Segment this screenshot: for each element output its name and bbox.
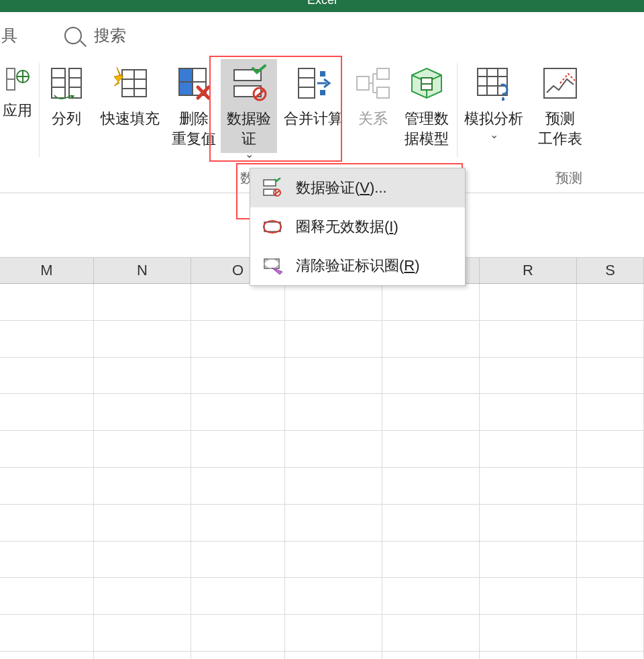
ribbon-button-data-validation[interactable]: 数据验 证 ⌄ <box>221 59 277 153</box>
grid-cell[interactable] <box>191 284 285 321</box>
grid-cell[interactable] <box>577 358 644 395</box>
grid-cell[interactable] <box>480 394 577 431</box>
grid-cell[interactable] <box>191 505 285 542</box>
grid-cell[interactable] <box>0 284 94 321</box>
grid-cell[interactable] <box>382 578 480 615</box>
grid-cell[interactable] <box>285 578 382 615</box>
grid-cell[interactable] <box>191 358 285 395</box>
grid-cell[interactable] <box>285 505 382 542</box>
ribbon-button-data-model[interactable]: 管理数 据模型 <box>396 59 457 153</box>
grid-cell[interactable] <box>382 468 480 505</box>
grid-cell[interactable] <box>285 284 382 321</box>
grid-cell[interactable] <box>577 505 644 542</box>
grid-cell[interactable] <box>577 284 644 321</box>
grid-cell[interactable] <box>285 615 382 652</box>
consolidate-label: 合并计算 <box>284 109 343 129</box>
grid-cell[interactable] <box>0 615 94 652</box>
grid-cell[interactable] <box>285 652 382 659</box>
grid-cell[interactable] <box>577 615 644 652</box>
grid-cell[interactable] <box>382 505 480 542</box>
menu-item-circle-invalid[interactable]: 圈释无效数据(I) <box>250 207 465 246</box>
grid-cell[interactable] <box>480 468 577 505</box>
grid-cell[interactable] <box>191 431 285 468</box>
grid-cell[interactable] <box>480 542 577 578</box>
grid-cell[interactable] <box>382 358 480 395</box>
ribbon-button-remove-duplicates[interactable]: 删除 重复值 <box>167 59 221 153</box>
grid-cell[interactable] <box>382 431 480 468</box>
ribbon-button-consolidate[interactable]: 合并计算 <box>277 59 350 153</box>
grid-cell[interactable] <box>285 394 382 431</box>
grid-cell[interactable] <box>285 321 382 358</box>
ribbon-button-flash-fill[interactable]: 快速填充 <box>93 59 167 153</box>
grid-cell[interactable] <box>191 321 285 358</box>
grid-cell[interactable] <box>94 542 191 578</box>
search-box[interactable]: 搜索 <box>64 25 126 46</box>
grid-cell[interactable] <box>577 578 644 615</box>
ribbon-button-forecast-sheet[interactable]: 预测 工作表 <box>530 59 590 153</box>
grid-cell[interactable] <box>480 505 577 542</box>
grid-cell[interactable] <box>577 431 644 468</box>
grid-row <box>0 542 644 578</box>
grid-cell[interactable] <box>94 431 191 468</box>
grid-cell[interactable] <box>382 321 480 358</box>
search-icon <box>64 27 82 44</box>
grid-cell[interactable] <box>94 321 191 358</box>
grid-cell[interactable] <box>382 542 480 578</box>
ribbon-button-apply-partial[interactable]: 应用 <box>0 59 39 153</box>
grid-cell[interactable] <box>94 358 191 395</box>
grid-cell[interactable] <box>94 394 191 431</box>
grid-cell[interactable] <box>94 284 191 321</box>
grid-cell[interactable] <box>191 652 285 659</box>
grid-cell[interactable] <box>94 505 191 542</box>
spreadsheet-grid[interactable]: // rows will be generated below by loop … <box>0 284 644 659</box>
grid-cell[interactable] <box>480 431 577 468</box>
grid-cell[interactable] <box>94 578 191 615</box>
grid-cell[interactable] <box>382 652 480 659</box>
grid-cell[interactable] <box>191 394 285 431</box>
grid-cell[interactable] <box>480 284 577 321</box>
grid-cell[interactable] <box>0 431 94 468</box>
grid-cell[interactable] <box>0 505 94 542</box>
grid-cell[interactable] <box>577 652 644 659</box>
grid-cell[interactable] <box>94 652 191 659</box>
grid-cell[interactable] <box>0 468 94 505</box>
grid-cell[interactable] <box>0 542 94 578</box>
grid-cell[interactable] <box>94 468 191 505</box>
grid-cell[interactable] <box>577 468 644 505</box>
ribbon-button-text-to-columns[interactable]: 分列 <box>40 59 93 153</box>
svg-rect-30 <box>478 68 507 95</box>
grid-cell[interactable] <box>0 358 94 395</box>
column-header-R[interactable]: R <box>480 258 577 283</box>
grid-cell[interactable] <box>480 358 577 395</box>
column-header-S[interactable]: S <box>577 258 644 283</box>
grid-cell[interactable] <box>285 431 382 468</box>
grid-cell[interactable] <box>94 615 191 652</box>
menu-item-data-validation[interactable]: 数据验证(V)... <box>250 168 465 207</box>
grid-cell[interactable] <box>382 394 480 431</box>
grid-cell[interactable] <box>285 468 382 505</box>
grid-cell[interactable] <box>191 542 285 578</box>
grid-cell[interactable] <box>382 284 480 321</box>
grid-cell[interactable] <box>191 578 285 615</box>
grid-cell[interactable] <box>285 542 382 578</box>
grid-cell[interactable] <box>577 542 644 578</box>
ribbon-button-what-if[interactable]: 模拟分析 ⌄ <box>458 59 530 153</box>
grid-cell[interactable] <box>191 468 285 505</box>
grid-cell[interactable] <box>0 578 94 615</box>
grid-cell[interactable] <box>191 615 285 652</box>
grid-cell[interactable] <box>382 615 480 652</box>
grid-cell[interactable] <box>0 394 94 431</box>
grid-cell[interactable] <box>480 615 577 652</box>
column-header-M[interactable]: M <box>0 258 94 283</box>
column-header-N[interactable]: N <box>94 258 191 283</box>
menu-item-clear-circles[interactable]: 清除验证标识圈(R) <box>250 246 465 285</box>
grid-cell[interactable] <box>480 652 577 659</box>
grid-cell[interactable] <box>577 321 644 358</box>
grid-cell[interactable] <box>480 321 577 358</box>
grid-cell[interactable] <box>480 578 577 615</box>
grid-cell[interactable] <box>0 321 94 358</box>
grid-cell[interactable] <box>0 652 94 659</box>
grid-cell[interactable] <box>577 394 644 431</box>
grid-cell[interactable] <box>285 358 382 395</box>
tab-fragment[interactable]: 具 <box>0 25 17 46</box>
